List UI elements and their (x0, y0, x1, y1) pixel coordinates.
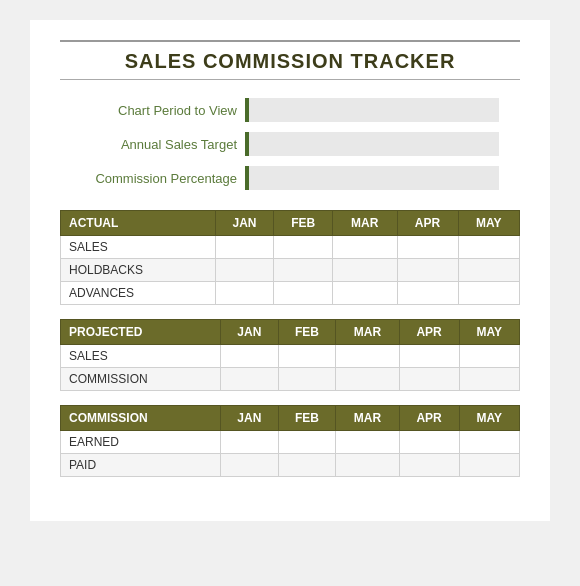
projected-row-1-feb[interactable] (278, 368, 336, 391)
commission-row-1-label: PAID (61, 454, 221, 477)
actual-row-0-feb[interactable] (274, 236, 333, 259)
commission-row-0-label: EARNED (61, 431, 221, 454)
projected-col-2: FEB (278, 320, 336, 345)
form-input-wrapper-2 (245, 166, 520, 190)
actual-row-0-may[interactable] (458, 236, 519, 259)
actual-row-0-jan[interactable] (215, 236, 274, 259)
table-section-projected: PROJECTED JAN FEB MAR APR MAY SALES (60, 319, 520, 391)
actual-col-1: JAN (215, 211, 274, 236)
projected-header-row: PROJECTED JAN FEB MAR APR MAY (61, 320, 520, 345)
actual-table: ACTUAL JAN FEB MAR APR MAY SALES (60, 210, 520, 305)
form-row-1: Annual Sales Target (80, 132, 520, 156)
commission-col-5: MAY (459, 406, 519, 431)
projected-row-0-may[interactable] (459, 345, 519, 368)
commission-row-1-mar[interactable] (336, 454, 399, 477)
projected-col-0: PROJECTED (61, 320, 221, 345)
form-row-2: Commission Percentage (80, 166, 520, 190)
projected-row-0-mar[interactable] (336, 345, 399, 368)
commission-col-3: MAR (336, 406, 399, 431)
projected-row-0-label: SALES (61, 345, 221, 368)
commission-table: COMMISSION JAN FEB MAR APR MAY EARNED (60, 405, 520, 477)
projected-row-0-jan[interactable] (221, 345, 279, 368)
commission-col-0: COMMISSION (61, 406, 221, 431)
actual-col-0: ACTUAL (61, 211, 216, 236)
actual-header-row: ACTUAL JAN FEB MAR APR MAY (61, 211, 520, 236)
table-section-commission: COMMISSION JAN FEB MAR APR MAY EARNED (60, 405, 520, 477)
form-input-2[interactable] (249, 166, 499, 190)
page-container: SALES COMMISSION TRACKER Chart Period to… (30, 20, 550, 521)
actual-row-0-mar[interactable] (332, 236, 397, 259)
form-label-1: Annual Sales Target (80, 137, 245, 152)
projected-row-0-apr[interactable] (399, 345, 459, 368)
title-section: SALES COMMISSION TRACKER (60, 40, 520, 80)
actual-col-3: MAR (332, 211, 397, 236)
projected-row-1-jan[interactable] (221, 368, 279, 391)
projected-row-1-mar[interactable] (336, 368, 399, 391)
commission-row-0-apr[interactable] (399, 431, 459, 454)
projected-table: PROJECTED JAN FEB MAR APR MAY SALES (60, 319, 520, 391)
commission-row-0-mar[interactable] (336, 431, 399, 454)
top-divider (60, 40, 520, 42)
form-label-2: Commission Percentage (80, 171, 245, 186)
commission-row-0: EARNED (61, 431, 520, 454)
bottom-divider (60, 79, 520, 80)
actual-row-1-mar[interactable] (332, 259, 397, 282)
form-label-0: Chart Period to View (80, 103, 245, 118)
commission-header-row: COMMISSION JAN FEB MAR APR MAY (61, 406, 520, 431)
actual-col-5: MAY (458, 211, 519, 236)
commission-row-0-may[interactable] (459, 431, 519, 454)
form-input-1[interactable] (249, 132, 499, 156)
actual-col-4: APR (397, 211, 458, 236)
projected-row-0-feb[interactable] (278, 345, 336, 368)
actual-row-1-label: HOLDBACKS (61, 259, 216, 282)
projected-row-1-label: COMMISSION (61, 368, 221, 391)
actual-row-2-mar[interactable] (332, 282, 397, 305)
projected-col-3: MAR (336, 320, 399, 345)
commission-row-1-feb[interactable] (278, 454, 336, 477)
commission-row-1-may[interactable] (459, 454, 519, 477)
commission-col-4: APR (399, 406, 459, 431)
actual-row-0-apr[interactable] (397, 236, 458, 259)
actual-row-1-feb[interactable] (274, 259, 333, 282)
actual-row-0: SALES (61, 236, 520, 259)
page-title: SALES COMMISSION TRACKER (60, 50, 520, 73)
table-section-actual: ACTUAL JAN FEB MAR APR MAY SALES (60, 210, 520, 305)
actual-row-1-jan[interactable] (215, 259, 274, 282)
projected-col-4: APR (399, 320, 459, 345)
actual-col-2: FEB (274, 211, 333, 236)
projected-row-1-may[interactable] (459, 368, 519, 391)
actual-row-1: HOLDBACKS (61, 259, 520, 282)
actual-row-2-label: ADVANCES (61, 282, 216, 305)
commission-col-1: JAN (221, 406, 279, 431)
form-input-wrapper-0 (245, 98, 520, 122)
commission-row-0-feb[interactable] (278, 431, 336, 454)
commission-row-0-jan[interactable] (221, 431, 279, 454)
projected-row-1-apr[interactable] (399, 368, 459, 391)
actual-row-2-jan[interactable] (215, 282, 274, 305)
projected-row-1: COMMISSION (61, 368, 520, 391)
actual-row-2: ADVANCES (61, 282, 520, 305)
actual-row-1-apr[interactable] (397, 259, 458, 282)
actual-row-0-label: SALES (61, 236, 216, 259)
actual-row-2-feb[interactable] (274, 282, 333, 305)
commission-row-1-apr[interactable] (399, 454, 459, 477)
actual-row-1-may[interactable] (458, 259, 519, 282)
actual-row-2-may[interactable] (458, 282, 519, 305)
projected-col-5: MAY (459, 320, 519, 345)
commission-row-1-jan[interactable] (221, 454, 279, 477)
actual-row-2-apr[interactable] (397, 282, 458, 305)
form-section: Chart Period to View Annual Sales Target… (80, 98, 520, 190)
form-input-0[interactable] (249, 98, 499, 122)
projected-row-0: SALES (61, 345, 520, 368)
projected-col-1: JAN (221, 320, 279, 345)
commission-row-1: PAID (61, 454, 520, 477)
form-row-0: Chart Period to View (80, 98, 520, 122)
commission-col-2: FEB (278, 406, 336, 431)
form-input-wrapper-1 (245, 132, 520, 156)
